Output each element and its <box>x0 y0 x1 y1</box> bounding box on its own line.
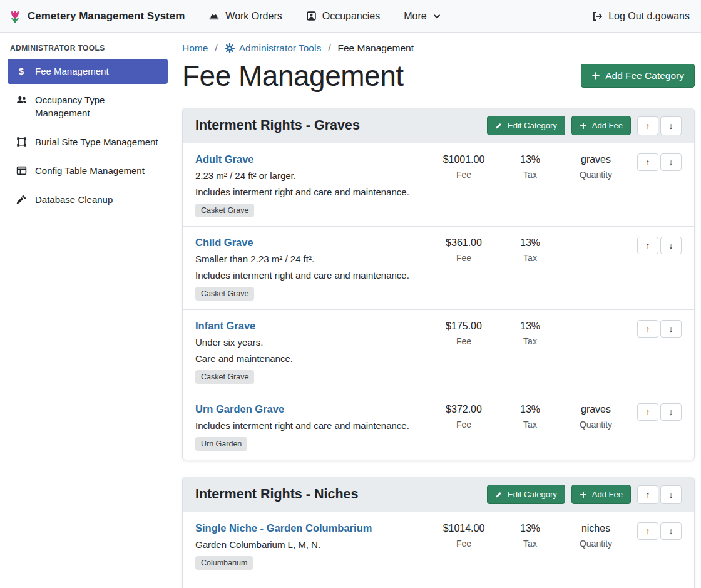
tax-column: 13% Tax <box>499 237 561 263</box>
main-content: Home / Administrator Tools <box>175 33 701 588</box>
nav-more-label: More <box>404 11 426 22</box>
fee-name-link[interactable]: Child Grave <box>195 237 253 249</box>
tax-value: 13% <box>499 237 561 249</box>
main-nav: Work Orders Occupancies More <box>201 6 448 27</box>
sidebar-item-config-table-management[interactable]: Config Table Management <box>8 158 168 183</box>
tax-label: Tax <box>499 170 561 180</box>
move-category-down-button[interactable]: ↓ <box>660 116 682 135</box>
breadcrumb-home-link[interactable]: Home <box>182 43 208 54</box>
fee-reorder-controls: ↑ ↓ <box>630 320 682 338</box>
fee-name-link[interactable]: Adult Grave <box>195 153 254 165</box>
move-fee-up-button[interactable]: ↑ <box>637 522 658 540</box>
move-fee-up-button[interactable]: ↑ <box>637 320 658 338</box>
breadcrumb: Home / Administrator Tools <box>182 43 695 54</box>
breadcrumb-current: Fee Management <box>338 43 414 54</box>
fee-label: Fee <box>429 539 499 549</box>
nav-occupancies[interactable]: Occupancies <box>299 6 388 27</box>
quantity-value: graves <box>561 154 630 165</box>
edit-category-button[interactable]: Edit Category <box>487 485 565 504</box>
fee-descriptions: Under six years.Care and maintenance. <box>195 337 422 364</box>
fee-row: Single Niche - Garden Columbarium Garden… <box>183 512 694 579</box>
nav-work-orders[interactable]: Work Orders <box>201 6 289 27</box>
fee-descriptions: 2.23 m² / 24 ft² or larger.Includes inte… <box>195 170 422 197</box>
move-fee-down-button[interactable]: ↓ <box>660 320 682 338</box>
add-fee-category-button[interactable]: Add Fee Category <box>581 64 695 88</box>
category-title: Interment Rights - Graves <box>195 118 481 133</box>
fee-name-link[interactable]: Urn Garden Grave <box>195 403 284 415</box>
fee-description: Smaller than 2.23 m² / 24 ft². <box>195 254 422 264</box>
move-fee-up-button[interactable]: ↑ <box>637 153 658 171</box>
nav-more[interactable]: More <box>396 6 448 27</box>
fee-description: Garden Columbarium L, M, N. <box>195 539 422 550</box>
nav-occupancies-label: Occupancies <box>322 11 381 22</box>
table-icon <box>15 165 28 176</box>
fee-description: Includes interment right and care and ma… <box>195 420 422 431</box>
fee-amount: $372.00 <box>429 404 499 415</box>
fee-amount: $175.00 <box>429 321 499 332</box>
tax-value: 13% <box>499 404 561 415</box>
hard-hat-icon <box>208 11 220 22</box>
add-fee-button[interactable]: Add Fee <box>571 116 631 135</box>
sidebar-item-label: Database Cleanup <box>35 193 113 206</box>
move-fee-down-button[interactable]: ↓ <box>660 403 682 421</box>
fee-label: Fee <box>429 420 499 430</box>
quantity-column: graves Quantity <box>561 153 630 180</box>
fee-amount-column: $372.00 Fee <box>429 403 499 430</box>
tax-column: 13% Tax <box>499 320 561 346</box>
tulip-logo-icon <box>8 9 23 24</box>
sidebar-item-fee-management[interactable]: $ Fee Management <box>8 59 168 84</box>
tax-label: Tax <box>499 420 561 430</box>
quantity-label: Quantity <box>561 420 630 430</box>
tax-value: 13% <box>499 154 561 165</box>
edit-category-button[interactable]: Edit Category <box>487 116 565 135</box>
move-fee-down-button[interactable]: ↓ <box>660 153 682 171</box>
move-category-up-button[interactable]: ↑ <box>637 116 658 135</box>
tax-label: Tax <box>499 253 561 263</box>
fee-category-card: Interment Rights - Graves Edit Category … <box>182 108 695 460</box>
tax-column: 13% Tax <box>499 153 561 180</box>
sidebar-item-database-cleanup[interactable]: Database Cleanup <box>8 187 168 212</box>
fee-label: Fee <box>429 253 499 263</box>
tax-value: 13% <box>499 321 561 332</box>
nav-work-orders-label: Work Orders <box>225 11 282 22</box>
quantity-column: graves Quantity <box>561 403 630 430</box>
fee-category-card: Interment Rights - Niches Edit Category … <box>182 477 695 588</box>
fee-reorder-controls: ↑ ↓ <box>630 237 682 254</box>
vector-square-icon <box>15 137 28 147</box>
fee-amount-column: $361.00 Fee <box>429 237 499 263</box>
breadcrumb-admin-tools-link[interactable]: Administrator Tools <box>239 43 322 54</box>
users-icon <box>15 95 28 105</box>
app-title: Cemetery Management System <box>28 10 185 23</box>
quantity-value: niches <box>561 523 630 534</box>
sidebar-item-occupancy-type-management[interactable]: Occupancy Type Management <box>8 88 168 126</box>
quantity-label: Quantity <box>561 539 630 549</box>
plus-icon <box>591 71 600 80</box>
app-brand[interactable]: Cemetery Management System <box>8 9 185 24</box>
logout-link[interactable]: Log Out d.gowans <box>591 11 690 22</box>
top-navbar: Cemetery Management System Work Orders <box>0 0 701 33</box>
fee-name-link[interactable]: Infant Grave <box>195 320 255 332</box>
move-fee-up-button[interactable]: ↑ <box>637 403 658 421</box>
sidebar-item-label: Fee Management <box>35 65 109 78</box>
move-fee-up-button[interactable]: ↑ <box>637 237 658 254</box>
fee-name-link[interactable]: Single Niche - Garden Columbarium <box>195 522 372 534</box>
move-fee-down-button[interactable]: ↓ <box>660 522 682 540</box>
fee-label: Fee <box>429 170 499 180</box>
fee-descriptions: Includes interment right and care and ma… <box>195 420 422 431</box>
chevron-down-icon <box>432 12 441 21</box>
move-category-up-button[interactable]: ↑ <box>637 485 658 504</box>
move-category-down-button[interactable]: ↓ <box>660 485 682 504</box>
fee-type-badge: Casket Grave <box>195 204 254 217</box>
category-reorder-controls: ↑ ↓ <box>637 485 682 504</box>
sidebar-item-label: Occupancy Type Management <box>35 94 160 120</box>
fee-row: Infant Grave Under six years.Care and ma… <box>183 310 694 393</box>
sidebar-item-burial-site-type-management[interactable]: Burial Site Type Management <box>8 130 168 155</box>
page-title: Fee Management <box>182 59 404 93</box>
quantity-value: graves <box>561 404 630 415</box>
add-fee-button[interactable]: Add Fee <box>571 485 631 504</box>
fee-type-badge: Casket Grave <box>195 370 254 384</box>
sidebar: ADMINISTRATOR TOOLS $ Fee Management Occ… <box>0 33 175 588</box>
move-fee-down-button[interactable]: ↓ <box>660 237 682 254</box>
fee-row: Adult Grave 2.23 m² / 24 ft² or larger.I… <box>183 143 694 227</box>
category-fee-list: Adult Grave 2.23 m² / 24 ft² or larger.I… <box>183 143 694 460</box>
